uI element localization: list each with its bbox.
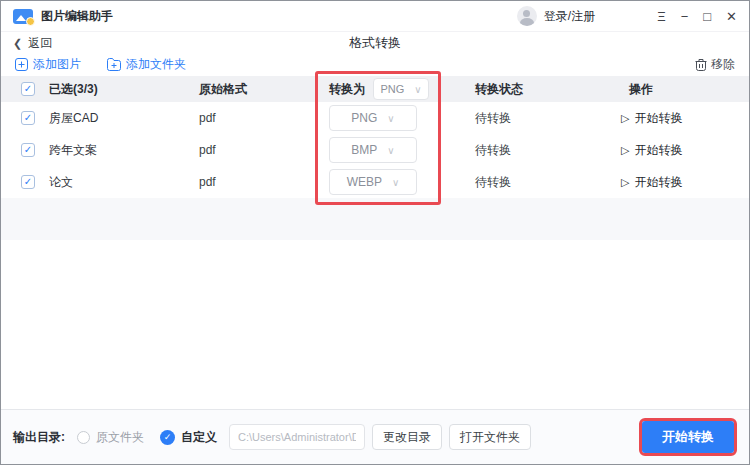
maximize-button[interactable]: □ bbox=[703, 10, 711, 23]
source-format: pdf bbox=[199, 175, 329, 189]
header-action: 操作 bbox=[619, 81, 737, 98]
chevron-down-icon: ∨ bbox=[387, 113, 394, 124]
target-format-dropdown[interactable]: PNG∨ bbox=[329, 105, 417, 131]
login-button[interactable]: 登录/注册 bbox=[517, 6, 595, 26]
change-dir-button[interactable]: 更改目录 bbox=[372, 424, 442, 450]
convert-all-value: PNG bbox=[380, 83, 404, 95]
add-image-icon bbox=[15, 58, 28, 71]
target-format-value: BMP bbox=[351, 143, 377, 157]
table-header: ✓ 已选(3/3) 原始格式 转换为 PNG ∨ 转换状态 操作 bbox=[1, 76, 749, 102]
add-folder-icon bbox=[107, 58, 121, 71]
source-format: pdf bbox=[199, 143, 329, 157]
chevron-down-icon: ∨ bbox=[387, 145, 394, 156]
target-format-value: WEBP bbox=[347, 175, 382, 189]
remove-button[interactable]: 移除 bbox=[695, 56, 735, 73]
check-icon: ✓ bbox=[24, 113, 32, 123]
row-checkbox[interactable]: ✓ bbox=[21, 111, 35, 125]
convert-all-dropdown[interactable]: PNG ∨ bbox=[373, 78, 429, 100]
table-row: ✓ 跨年文案 pdf BMP∨ 待转换 ▷开始转换 bbox=[1, 134, 749, 166]
output-path-input[interactable] bbox=[229, 424, 365, 450]
check-icon: ✓ bbox=[24, 84, 32, 94]
original-folder-option[interactable]: 原文件夹 bbox=[77, 429, 144, 446]
output-dir-label: 输出目录: bbox=[13, 429, 65, 446]
table-row: ✓ 论文 pdf WEBP∨ 待转换 ▷开始转换 bbox=[1, 166, 749, 198]
status-text: 待转换 bbox=[475, 110, 619, 127]
nav-bar: ❮ 返回 格式转换 bbox=[1, 32, 749, 54]
play-icon: ▷ bbox=[621, 144, 629, 157]
check-icon: ✓ bbox=[164, 433, 172, 442]
chevron-down-icon: ∨ bbox=[392, 177, 399, 188]
custom-folder-label: 自定义 bbox=[181, 429, 217, 446]
start-row-convert-label: 开始转换 bbox=[634, 174, 682, 191]
page-title: 格式转换 bbox=[1, 34, 749, 52]
file-name: 论文 bbox=[49, 174, 199, 191]
close-button[interactable]: ✕ bbox=[726, 10, 737, 23]
add-folder-button[interactable]: 添加文件夹 bbox=[107, 56, 186, 73]
back-chevron-icon: ❮ bbox=[13, 37, 22, 50]
start-row-convert-label: 开始转换 bbox=[634, 142, 682, 159]
radio-unchecked-icon bbox=[77, 431, 90, 444]
file-name: 跨年文案 bbox=[49, 142, 199, 159]
check-icon: ✓ bbox=[24, 177, 32, 187]
start-row-convert-label: 开始转换 bbox=[634, 110, 682, 127]
check-icon: ✓ bbox=[24, 145, 32, 155]
back-label: 返回 bbox=[28, 35, 52, 52]
window-menu-icon[interactable]: Ξ bbox=[657, 10, 665, 23]
empty-row-band bbox=[1, 198, 749, 240]
custom-folder-option[interactable]: ✓ 自定义 bbox=[160, 429, 217, 446]
trash-icon bbox=[695, 58, 707, 71]
app-logo-icon bbox=[13, 9, 33, 24]
start-row-convert-button[interactable]: ▷开始转换 bbox=[619, 142, 737, 159]
start-row-convert-button[interactable]: ▷开始转换 bbox=[619, 110, 737, 127]
header-selected-count: 已选(3/3) bbox=[49, 81, 199, 98]
start-highlight-outline: 开始转换 bbox=[639, 418, 737, 456]
add-image-button[interactable]: 添加图片 bbox=[15, 56, 81, 73]
target-format-dropdown[interactable]: WEBP∨ bbox=[329, 169, 417, 195]
start-convert-button[interactable]: 开始转换 bbox=[642, 421, 734, 453]
remove-label: 移除 bbox=[711, 56, 735, 73]
app-title: 图片编辑助手 bbox=[41, 8, 113, 25]
titlebar: 图片编辑助手 登录/注册 Ξ − □ ✕ bbox=[1, 1, 749, 32]
row-checkbox[interactable]: ✓ bbox=[21, 175, 35, 189]
radio-checked-icon: ✓ bbox=[160, 430, 175, 445]
footer-bar: 输出目录: 原文件夹 ✓ 自定义 更改目录 打开文件夹 开始转换 bbox=[1, 409, 749, 464]
status-text: 待转换 bbox=[475, 174, 619, 191]
add-folder-label: 添加文件夹 bbox=[126, 56, 186, 73]
open-folder-button[interactable]: 打开文件夹 bbox=[449, 424, 531, 450]
back-button[interactable]: ❮ 返回 bbox=[13, 35, 52, 52]
target-format-value: PNG bbox=[351, 111, 377, 125]
add-image-label: 添加图片 bbox=[33, 56, 81, 73]
file-name: 房屋CAD bbox=[49, 110, 199, 127]
status-text: 待转换 bbox=[475, 142, 619, 159]
window-controls: Ξ − □ ✕ bbox=[657, 10, 737, 23]
header-source-format: 原始格式 bbox=[199, 81, 329, 98]
play-icon: ▷ bbox=[621, 112, 629, 125]
minimize-button[interactable]: − bbox=[681, 10, 689, 23]
play-icon: ▷ bbox=[621, 176, 629, 189]
user-avatar-icon bbox=[517, 6, 537, 26]
source-format: pdf bbox=[199, 111, 329, 125]
login-label: 登录/注册 bbox=[544, 8, 595, 25]
target-format-dropdown[interactable]: BMP∨ bbox=[329, 137, 417, 163]
row-checkbox[interactable]: ✓ bbox=[21, 143, 35, 157]
table-row: ✓ 房屋CAD pdf PNG∨ 待转换 ▷开始转换 bbox=[1, 102, 749, 134]
toolbar: 添加图片 添加文件夹 移除 bbox=[1, 54, 749, 74]
select-all-checkbox[interactable]: ✓ bbox=[21, 82, 35, 96]
chevron-down-icon: ∨ bbox=[414, 84, 421, 95]
header-status: 转换状态 bbox=[475, 81, 619, 98]
original-folder-label: 原文件夹 bbox=[96, 429, 144, 446]
app-window: 图片编辑助手 登录/注册 Ξ − □ ✕ ❮ 返回 格式转换 添加图片 添加文件… bbox=[0, 0, 750, 465]
header-convert-to: 转换为 bbox=[329, 81, 365, 98]
start-row-convert-button[interactable]: ▷开始转换 bbox=[619, 174, 737, 191]
